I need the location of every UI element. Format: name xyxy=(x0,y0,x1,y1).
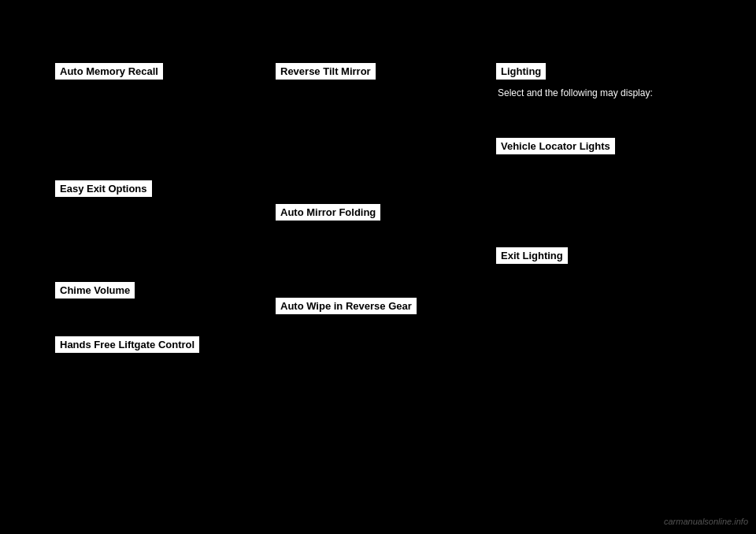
section-reverse-tilt-mirror: Reverse Tilt Mirror xyxy=(276,63,480,86)
section-easy-exit-options: Easy Exit Options xyxy=(55,180,260,203)
section-exit-lighting: Exit Lighting xyxy=(496,247,701,270)
section-vehicle-locator-lights: Vehicle Locator Lights xyxy=(496,138,701,161)
auto-mirror-folding-header: Auto Mirror Folding xyxy=(276,204,380,221)
section-auto-mirror-folding: Auto Mirror Folding xyxy=(276,204,480,227)
vehicle-locator-lights-header: Vehicle Locator Lights xyxy=(496,138,615,154)
lighting-text: Select and the following may display: xyxy=(496,86,701,100)
columns-container: Auto Memory Recall Easy Exit Options Chi… xyxy=(0,16,756,399)
lighting-header: Lighting xyxy=(496,63,546,80)
hands-free-liftgate-header: Hands Free Liftgate Control xyxy=(55,336,199,353)
auto-memory-recall-header: Auto Memory Recall xyxy=(55,63,163,80)
column-1: Auto Memory Recall Easy Exit Options Chi… xyxy=(47,63,268,383)
section-chime-volume: Chime Volume xyxy=(55,282,260,305)
column-2: Reverse Tilt Mirror Auto Mirror Folding … xyxy=(268,63,488,383)
watermark: carmanualsonline.info xyxy=(664,517,748,526)
easy-exit-options-header: Easy Exit Options xyxy=(55,180,152,197)
section-lighting: Lighting Select and the following may di… xyxy=(496,63,701,106)
chime-volume-header: Chime Volume xyxy=(55,282,135,299)
reverse-tilt-mirror-header: Reverse Tilt Mirror xyxy=(276,63,376,80)
page-content: Auto Memory Recall Easy Exit Options Chi… xyxy=(0,0,756,534)
column-3: Lighting Select and the following may di… xyxy=(488,63,709,383)
section-hands-free-liftgate: Hands Free Liftgate Control xyxy=(55,336,260,359)
exit-lighting-header: Exit Lighting xyxy=(496,247,568,264)
section-auto-memory-recall: Auto Memory Recall xyxy=(55,63,260,86)
section-auto-wipe-reverse-gear: Auto Wipe in Reverse Gear xyxy=(276,298,480,321)
auto-wipe-reverse-gear-header: Auto Wipe in Reverse Gear xyxy=(276,298,417,314)
